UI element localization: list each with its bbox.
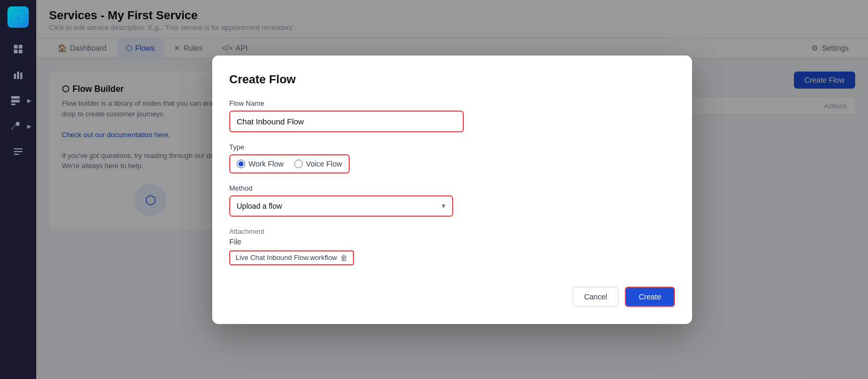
svg-rect-7 [11, 96, 20, 99]
svg-rect-11 [14, 151, 22, 152]
modules-icon[interactable] [5, 90, 26, 111]
svg-rect-1 [19, 45, 22, 49]
method-select-wrapper: Upload a flowCreate from scratch ▼ [229, 195, 453, 217]
modal-overlay: Create Flow Flow Name Type Work Flow Voi… [36, 0, 868, 379]
method-select[interactable]: Upload a flowCreate from scratch [229, 195, 453, 217]
type-section: Type Work Flow Voice Flow [229, 143, 675, 173]
svg-rect-8 [11, 100, 20, 102]
flow-name-label: Flow Name [229, 99, 675, 107]
radio-work-flow-input[interactable] [237, 160, 245, 168]
wrench-icon[interactable] [5, 115, 26, 137]
radio-voice-flow-input[interactable] [294, 160, 303, 168]
grid-icon[interactable] [7, 38, 29, 60]
tools-chevron: ▶ [27, 123, 31, 129]
modal-title: Create Flow [229, 73, 675, 86]
radio-voice-flow-label: Voice Flow [306, 160, 342, 168]
type-options: Work Flow Voice Flow [229, 154, 350, 173]
flow-name-input[interactable] [229, 110, 464, 132]
svg-rect-0 [14, 45, 18, 49]
modules-group[interactable]: ▶ [5, 90, 31, 111]
create-flow-modal: Create Flow Flow Name Type Work Flow Voi… [212, 56, 692, 324]
svg-rect-2 [14, 50, 18, 53]
svg-rect-12 [14, 154, 19, 155]
radio-work-flow-label: Work Flow [248, 160, 284, 168]
bar-chart-icon[interactable] [7, 64, 29, 85]
method-label: Method [229, 184, 675, 192]
file-label: File [229, 238, 675, 246]
file-delete-icon[interactable]: 🗑 [340, 254, 348, 262]
create-button[interactable]: Create [625, 287, 675, 307]
svg-rect-3 [19, 50, 22, 53]
sidebar: ▶ ▶ [0, 0, 36, 379]
svg-rect-5 [17, 72, 19, 79]
svg-rect-4 [14, 74, 16, 79]
svg-rect-6 [20, 73, 22, 79]
cancel-button[interactable]: Cancel [573, 287, 618, 307]
modules-chevron: ▶ [27, 98, 31, 104]
tools-group[interactable]: ▶ [5, 115, 31, 137]
svg-rect-10 [14, 148, 22, 149]
app-logo [7, 6, 29, 28]
list-icon[interactable] [7, 141, 29, 162]
attachment-group: Attachment File Live Chat Inbound Flow.w… [229, 227, 675, 265]
attachment-label: Attachment [229, 227, 675, 235]
flow-name-group: Flow Name [229, 99, 675, 132]
svg-rect-9 [11, 104, 15, 105]
file-tag: Live Chat Inbound Flow.workflow 🗑 [229, 250, 354, 265]
radio-work-flow[interactable]: Work Flow [237, 160, 284, 168]
radio-voice-flow[interactable]: Voice Flow [294, 160, 342, 168]
method-group: Method Upload a flowCreate from scratch … [229, 184, 675, 217]
modal-footer: Cancel Create [229, 287, 675, 307]
type-label: Type [229, 143, 675, 151]
file-name: Live Chat Inbound Flow.workflow [236, 254, 337, 262]
main-content: Services - My First Service Click to edi… [36, 0, 868, 379]
